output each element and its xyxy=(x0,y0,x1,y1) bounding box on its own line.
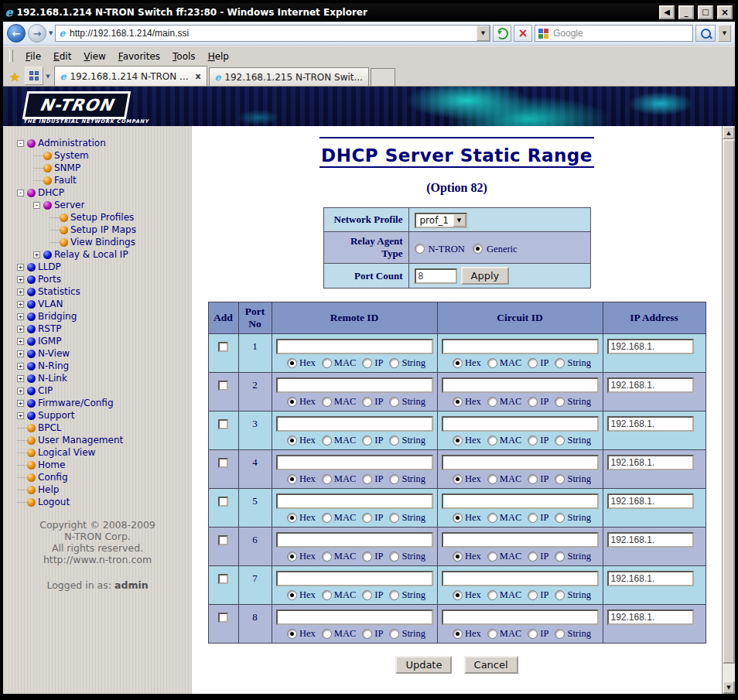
sidebar-item-rstp[interactable]: RSTP xyxy=(38,323,62,334)
remote-type-hex-radio-row-6[interactable] xyxy=(287,551,297,562)
remote-type-ip-radio-row-1[interactable] xyxy=(362,358,372,368)
circuit-id-input-row-4[interactable] xyxy=(442,455,599,470)
remote-type-hex-radio-row-2[interactable] xyxy=(287,397,297,407)
sidebar-item-view-bindings[interactable]: View Bindings xyxy=(70,237,135,248)
circuit-id-input-row-5[interactable] xyxy=(442,493,599,509)
update-button[interactable]: Update xyxy=(395,656,452,674)
add-checkbox-row-6[interactable] xyxy=(218,535,228,545)
sidebar-item-ports[interactable]: Ports xyxy=(38,274,61,285)
apply-button[interactable]: Apply xyxy=(461,267,510,285)
circuit-type-ip-radio-row-1[interactable] xyxy=(528,358,538,368)
remote-id-input-row-7[interactable] xyxy=(276,571,433,586)
plus-expander-icon[interactable]: + xyxy=(17,289,24,295)
circuit-type-ip-radio-row-7[interactable] xyxy=(528,590,538,600)
circuit-type-mac-radio-row-1[interactable] xyxy=(487,358,497,368)
address-bar[interactable]: e ▼ xyxy=(55,25,490,42)
circuit-type-string-radio-row-5[interactable] xyxy=(555,513,565,523)
network-profile-select[interactable]: prof_1 ▼ xyxy=(415,213,467,228)
circuit-type-hex-radio-row-8[interactable] xyxy=(453,629,463,639)
remote-id-input-row-1[interactable] xyxy=(276,339,433,354)
circuit-type-string-radio-row-8[interactable] xyxy=(555,629,565,639)
circuit-type-mac-radio-row-3[interactable] xyxy=(487,435,497,446)
remote-id-input-row-8[interactable] xyxy=(276,610,433,625)
plus-expander-icon[interactable]: + xyxy=(17,301,24,308)
sidebar-item-statistics[interactable]: Statistics xyxy=(38,286,80,297)
add-checkbox-row-5[interactable] xyxy=(218,497,228,507)
sidebar-item-dhcp[interactable]: DHCP xyxy=(38,187,64,198)
minus-expander-icon[interactable]: - xyxy=(33,202,40,209)
refresh-button[interactable] xyxy=(493,25,511,42)
sidebar-item-n-ring[interactable]: N-Ring xyxy=(38,360,69,371)
browser-tab-2[interactable]: e192.168.1.215 N-TRON Swit... xyxy=(209,67,369,86)
add-checkbox-row-4[interactable] xyxy=(218,458,228,468)
browser-tab-1[interactable]: e192.168.1.214 N-TRON ...x xyxy=(54,66,207,86)
port-count-input[interactable] xyxy=(415,268,457,284)
remote-id-input-row-2[interactable] xyxy=(276,377,433,393)
ip-address-input-row-8[interactable] xyxy=(607,610,694,625)
search-options-dropdown[interactable]: ▼ xyxy=(718,25,731,42)
plus-expander-icon[interactable]: + xyxy=(17,326,24,333)
remote-type-ip-radio-row-6[interactable] xyxy=(362,551,372,562)
circuit-type-ip-radio-row-3[interactable] xyxy=(528,435,538,446)
back-button[interactable]: ← xyxy=(7,24,26,43)
remote-type-string-radio-row-5[interactable] xyxy=(389,513,399,523)
ip-address-input-row-2[interactable] xyxy=(607,377,694,393)
remote-type-hex-radio-row-5[interactable] xyxy=(287,513,297,523)
remote-type-mac-radio-row-2[interactable] xyxy=(322,397,332,407)
menu-favorites[interactable]: Favorites xyxy=(112,50,166,63)
circuit-id-input-row-1[interactable] xyxy=(442,339,599,354)
quick-tabs-icon[interactable] xyxy=(25,67,43,85)
circuit-type-ip-radio-row-4[interactable] xyxy=(528,474,538,484)
circuit-type-hex-radio-row-7[interactable] xyxy=(453,590,463,600)
cancel-button[interactable]: Cancel xyxy=(464,656,518,674)
minimize-button[interactable]: _ xyxy=(678,5,694,19)
remote-type-mac-radio-row-1[interactable] xyxy=(322,358,332,368)
remote-type-string-radio-row-2[interactable] xyxy=(389,397,399,407)
plus-expander-icon[interactable]: + xyxy=(17,400,24,407)
plus-expander-icon[interactable]: + xyxy=(17,338,24,345)
forward-button[interactable]: → xyxy=(28,24,46,43)
circuit-type-ip-radio-row-8[interactable] xyxy=(528,629,538,639)
sidebar-item-vlan[interactable]: VLAN xyxy=(38,299,63,309)
tab-close-icon[interactable]: x xyxy=(193,71,201,81)
sidebar-item-system[interactable]: System xyxy=(54,150,89,161)
sidebar-item-help[interactable]: Help xyxy=(38,484,59,495)
minus-expander-icon[interactable]: - xyxy=(17,190,24,196)
circuit-type-ip-radio-row-6[interactable] xyxy=(528,551,538,562)
favorites-star-icon[interactable]: ★ xyxy=(6,69,23,86)
plus-expander-icon[interactable]: + xyxy=(17,412,24,419)
remote-type-ip-radio-row-2[interactable] xyxy=(362,397,372,407)
sidebar-item-firmware-config[interactable]: Firmware/Config xyxy=(38,398,114,408)
remote-type-string-radio-row-8[interactable] xyxy=(389,629,399,639)
circuit-type-mac-radio-row-4[interactable] xyxy=(487,474,497,484)
plus-expander-icon[interactable]: + xyxy=(17,313,24,320)
sidebar-item-bpcl[interactable]: BPCL xyxy=(38,422,62,433)
sidebar-item-logout[interactable]: Logout xyxy=(38,497,70,507)
sidebar-item-setup-ip-maps[interactable]: Setup IP Maps xyxy=(70,224,136,235)
remote-id-input-row-5[interactable] xyxy=(276,493,433,509)
sidebar-item-home[interactable]: Home xyxy=(38,459,65,470)
circuit-id-input-row-7[interactable] xyxy=(442,571,599,586)
scroll-down-icon[interactable]: ▼ xyxy=(723,681,735,694)
remote-type-hex-radio-row-8[interactable] xyxy=(287,629,297,639)
menu-file[interactable]: File xyxy=(19,50,47,63)
menu-tools[interactable]: Tools xyxy=(166,50,202,63)
remote-type-hex-radio-row-7[interactable] xyxy=(287,590,297,600)
plus-expander-icon[interactable]: + xyxy=(17,264,24,271)
close-button[interactable]: × xyxy=(717,5,733,19)
maximize-button[interactable]: □ xyxy=(698,5,713,19)
remote-id-input-row-6[interactable] xyxy=(276,532,433,548)
sidebar-item-n-view[interactable]: N-View xyxy=(38,348,70,359)
remote-type-string-radio-row-6[interactable] xyxy=(389,551,399,562)
history-back-window-button[interactable]: ◀ xyxy=(659,5,675,19)
address-dropdown-button[interactable]: ▼ xyxy=(477,26,490,41)
sidebar-item-logical-view[interactable]: Logical View xyxy=(38,447,95,458)
sidebar-item-igmp[interactable]: IGMP xyxy=(38,336,61,347)
relay-ntron-radio[interactable] xyxy=(415,244,425,254)
remote-type-string-radio-row-1[interactable] xyxy=(389,358,399,368)
plus-expander-icon[interactable]: + xyxy=(17,375,24,382)
sidebar-item-administration[interactable]: Administration xyxy=(38,138,106,149)
remote-type-ip-radio-row-3[interactable] xyxy=(362,435,372,446)
sidebar-item-cip[interactable]: CIP xyxy=(38,385,53,396)
sidebar-item-server[interactable]: Server xyxy=(54,200,84,210)
